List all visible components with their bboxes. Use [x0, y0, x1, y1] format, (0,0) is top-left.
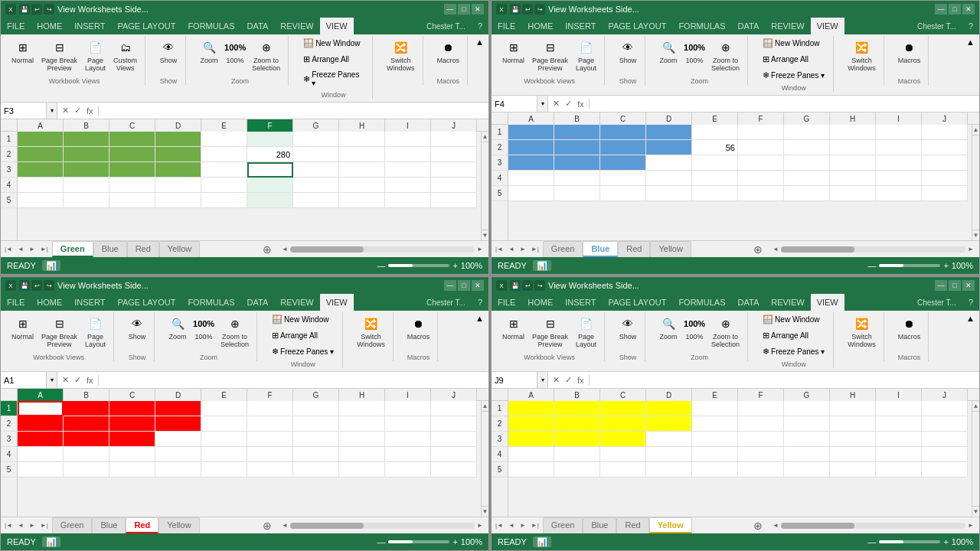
cell-j3-bl[interactable] — [431, 432, 477, 447]
cell-j2-bl[interactable] — [431, 416, 477, 432]
cell-e2-tl[interactable] — [201, 147, 247, 162]
scroll-down-tr[interactable]: ▼ — [972, 230, 979, 240]
tab-blue-tr[interactable]: Blue — [583, 241, 618, 257]
cell-g1-tr[interactable] — [784, 125, 830, 140]
cell-h2-br[interactable] — [830, 416, 876, 432]
cell-e3-tl[interactable] — [201, 162, 247, 178]
add-sheet-btn-tl[interactable]: ⊕ — [258, 243, 276, 256]
close-btn-br[interactable]: ✕ — [962, 280, 975, 291]
cell-a4-bl[interactable] — [18, 447, 64, 462]
cell-f4-br[interactable] — [738, 447, 784, 462]
cell-c4-bl[interactable] — [109, 447, 155, 462]
cell-e4-tr[interactable] — [692, 171, 738, 186]
col-header-g-tr[interactable]: G — [784, 112, 830, 125]
zoom-minus-tl[interactable]: — — [377, 261, 385, 270]
tab-home-tr[interactable]: HOME — [521, 18, 559, 34]
cell-j2-tr[interactable] — [922, 140, 968, 155]
cell-f2-br[interactable] — [738, 416, 784, 432]
col-header-h-br[interactable]: H — [830, 389, 876, 401]
cell-h2-tr[interactable] — [830, 140, 876, 155]
cell-b3-tl[interactable] — [64, 162, 109, 178]
cell-d1-bl[interactable] — [155, 401, 201, 416]
cell-i5-tl[interactable] — [385, 193, 431, 208]
cell-c2-tr[interactable] — [600, 140, 646, 155]
cell-d3-tl[interactable] — [155, 162, 201, 178]
btn-show-bl[interactable]: 👁 Show — [125, 312, 149, 343]
tab-home-br[interactable]: HOME — [521, 294, 559, 311]
tab-review-br[interactable]: REVIEW — [765, 294, 810, 311]
cell-g1-bl[interactable] — [293, 401, 339, 416]
tab-view-tl[interactable]: VIEW — [320, 18, 354, 34]
zoom-plus-tr[interactable]: + — [943, 261, 948, 270]
formula-input-br[interactable] — [590, 376, 979, 385]
cell-g3-tl[interactable] — [293, 162, 339, 178]
maximize-btn-bl[interactable]: □ — [458, 280, 470, 291]
tab-blue-tl[interactable]: Blue — [93, 241, 127, 257]
cell-j5-br[interactable] — [922, 462, 968, 478]
undo-icon-tl[interactable]: ↩ — [31, 4, 42, 15]
col-header-d-bl[interactable]: D — [155, 389, 201, 401]
cell-e3-tr[interactable] — [692, 155, 738, 171]
btn-show-br[interactable]: 👁 Show — [616, 312, 640, 343]
cell-f1-bl[interactable] — [247, 401, 293, 416]
tab-blue-bl[interactable]: Blue — [92, 517, 126, 533]
tab-view-bl[interactable]: VIEW — [320, 294, 354, 311]
cell-c4-tl[interactable] — [109, 178, 155, 193]
cell-d2-br[interactable] — [646, 416, 692, 432]
cell-h3-br[interactable] — [830, 432, 876, 447]
cell-a2-br[interactable] — [508, 416, 554, 432]
cell-i2-tr[interactable] — [876, 140, 922, 155]
cell-g4-br[interactable] — [784, 447, 830, 462]
tab-file-tl[interactable]: FILE — [1, 18, 31, 34]
minimize-btn-tl[interactable]: — — [444, 4, 456, 15]
col-header-f-tr[interactable]: F — [738, 112, 784, 125]
btn-zoomsel-tl[interactable]: ⊕ Zoom toSelection — [249, 36, 283, 74]
tab-nav-next-tr[interactable]: ► — [518, 246, 528, 253]
cell-e1-tl[interactable] — [201, 132, 247, 147]
btn-macros-br[interactable]: ⏺ Macros — [895, 312, 924, 343]
cell-e1-tr[interactable] — [692, 125, 738, 140]
btn-newwindow-br[interactable]: 🪟 New Window — [759, 312, 823, 327]
btn-normal-bl[interactable]: ⊞ Normal — [8, 312, 37, 343]
cell-h1-tl[interactable] — [339, 132, 385, 147]
cell-b1-tl[interactable] — [64, 132, 109, 147]
tab-nav-prev-tl[interactable]: ◄ — [15, 246, 26, 253]
btn-zoom100-tr[interactable]: 100% 100% — [682, 36, 707, 67]
add-sheet-btn-br[interactable]: ⊕ — [749, 520, 767, 532]
tab-blue-br[interactable]: Blue — [583, 517, 616, 533]
cell-b1-bl[interactable] — [64, 401, 109, 416]
col-header-h-tr[interactable]: H — [830, 112, 876, 125]
cell-e1-bl[interactable] — [201, 401, 247, 416]
col-header-f-tl[interactable]: F — [247, 119, 293, 132]
col-header-j-br[interactable]: J — [922, 389, 968, 401]
cell-j5-bl[interactable] — [431, 462, 477, 478]
tab-nav-last-tr[interactable]: ►| — [529, 246, 541, 253]
col-header-g-br[interactable]: G — [784, 389, 830, 401]
cell-d4-bl[interactable] — [155, 447, 201, 462]
tab-file-tr[interactable]: FILE — [492, 18, 521, 34]
cell-h5-tr[interactable] — [830, 186, 876, 201]
redo-icon-tr[interactable]: ↪ — [534, 4, 545, 15]
cancel-formula-icon-bl[interactable]: ✕ — [60, 375, 70, 385]
cell-g2-tl[interactable] — [293, 147, 339, 162]
tab-nav-prev-bl[interactable]: ◄ — [15, 522, 26, 529]
tab-review-tl[interactable]: REVIEW — [274, 18, 319, 34]
btn-zoom-tl[interactable]: 🔍 Zoom — [197, 36, 221, 67]
cell-g5-tr[interactable] — [784, 186, 830, 201]
tab-pagelayout-tr[interactable]: PAGE LAYOUT — [602, 18, 672, 34]
btn-zoomsel-bl[interactable]: ⊕ Zoom toSelection — [217, 312, 252, 350]
ribbon-collapse-br[interactable]: ▲ — [965, 312, 976, 324]
scroll-down-br[interactable]: ▼ — [972, 506, 979, 517]
cell-h5-br[interactable] — [830, 462, 876, 478]
col-header-b-br[interactable]: B — [554, 389, 600, 401]
tab-nav-last-bl[interactable]: ►| — [38, 522, 51, 529]
tab-nav-first-tr[interactable]: |◄ — [493, 246, 505, 253]
insert-function-icon-tl[interactable]: fx — [85, 106, 95, 116]
cancel-formula-icon-tl[interactable]: ✕ — [60, 106, 70, 116]
cell-e1-br[interactable] — [692, 401, 738, 416]
cell-j4-tl[interactable] — [431, 178, 477, 193]
cell-d5-tr[interactable] — [646, 186, 692, 201]
btn-newwindow-tl[interactable]: 🪟 New Window — [299, 36, 364, 51]
col-header-e-tl[interactable]: E — [201, 119, 247, 132]
btn-arrangeall-tl[interactable]: ⊞ Arrange All — [299, 52, 353, 67]
